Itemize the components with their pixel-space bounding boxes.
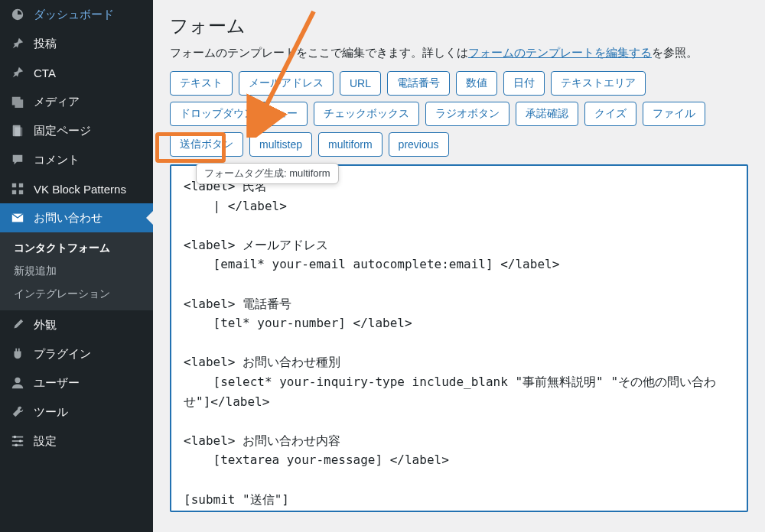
sidebar-item-label: メディア	[34, 95, 80, 109]
admin-sidebar: ダッシュボード 投稿 CTA メディア 固定ページ コメント VK Block …	[0, 0, 153, 532]
tag-submit-button[interactable]: 送信ボタン	[170, 132, 243, 157]
tag-text-button[interactable]: テキスト	[170, 71, 233, 96]
tag-radio-button[interactable]: ラジオボタン	[425, 102, 509, 126]
wrench-icon	[9, 404, 26, 420]
tag-tel-button[interactable]: 電話番号	[387, 71, 450, 96]
sidebar-item-label: ユーザー	[34, 376, 80, 391]
tag-textarea-button[interactable]: テキストエリア	[551, 71, 646, 96]
sidebar-item-label: プラグイン	[34, 347, 91, 362]
brush-icon	[9, 316, 26, 333]
tag-file-button[interactable]: ファイル	[643, 102, 705, 126]
page-icon	[9, 122, 26, 139]
sidebar-item-label: 投稿	[34, 37, 57, 51]
sidebar-item-pages[interactable]: 固定ページ	[0, 116, 153, 145]
grid-icon	[9, 180, 26, 197]
media-icon	[9, 93, 26, 110]
sliders-icon	[9, 433, 26, 449]
svg-point-11	[19, 440, 22, 443]
sidebar-item-label: お問い合わせ	[34, 211, 103, 225]
svg-point-10	[14, 436, 17, 439]
pin-icon	[9, 35, 26, 52]
comment-icon	[9, 151, 26, 168]
sidebar-item-label: コメント	[34, 153, 80, 167]
tag-email-button[interactable]: メールアドレス	[239, 71, 334, 96]
sidebar-item-plugins[interactable]: プラグイン	[0, 339, 153, 368]
sidebar-item-users[interactable]: ユーザー	[0, 368, 153, 397]
desc-text: を参照。	[652, 47, 698, 59]
main-content: フォーム フォームのテンプレートをここで編集できます。詳しくはフォームのテンプレ…	[153, 0, 765, 532]
tag-url-button[interactable]: URL	[340, 71, 381, 96]
sidebar-item-settings[interactable]: 設定	[0, 427, 153, 456]
sidebar-item-label: VK Block Patterns	[34, 183, 126, 196]
form-title: フォーム	[170, 14, 748, 38]
pin-icon	[9, 64, 26, 81]
svg-rect-5	[19, 190, 23, 194]
submenu-contact-forms[interactable]: コンタクトフォーム	[0, 237, 153, 260]
sidebar-item-label: 固定ページ	[34, 124, 91, 138]
tag-previous-button[interactable]: previous	[389, 132, 449, 157]
tag-date-button[interactable]: 日付	[503, 71, 545, 96]
svg-point-12	[15, 444, 18, 447]
form-desc: フォームのテンプレートをここで編集できます。詳しくはフォームのテンプレートを編集…	[170, 46, 748, 60]
svg-rect-2	[12, 183, 16, 187]
sidebar-item-appearance[interactable]: 外観	[0, 310, 153, 339]
tag-number-button[interactable]: 数値	[456, 71, 497, 96]
sidebar-submenu: コンタクトフォーム 新規追加 インテグレーション	[0, 232, 153, 310]
sidebar-item-posts[interactable]: 投稿	[0, 29, 153, 58]
tag-multistep-button[interactable]: multistep	[249, 132, 312, 157]
svg-point-6	[15, 378, 20, 383]
desc-text: フォームのテンプレートをここで編集できます。詳しくは	[170, 47, 468, 59]
dashboard-icon	[9, 6, 26, 23]
tag-select-button[interactable]: ドロップダウンメニュー	[170, 102, 308, 126]
template-help-link[interactable]: フォームのテンプレートを編集する	[468, 47, 652, 59]
svg-rect-4	[12, 190, 16, 194]
tag-multiform-button[interactable]: multiform	[318, 132, 382, 157]
sidebar-item-label: CTA	[34, 66, 56, 79]
submenu-integration[interactable]: インテグレーション	[0, 283, 153, 306]
sidebar-item-label: 外観	[34, 318, 57, 332]
mail-icon	[9, 209, 26, 226]
sidebar-item-cta[interactable]: CTA	[0, 58, 153, 87]
svg-rect-3	[19, 183, 23, 187]
user-icon	[9, 375, 26, 391]
tag-acceptance-button[interactable]: 承諾確認	[516, 102, 578, 126]
sidebar-item-tools[interactable]: ツール	[0, 397, 153, 427]
sidebar-item-contact[interactable]: お問い合わせ	[0, 203, 153, 232]
tag-tooltip: フォームタグ生成: multiform	[196, 163, 339, 184]
form-template-textarea[interactable]	[170, 164, 748, 512]
sidebar-item-label: 設定	[34, 434, 57, 449]
sidebar-item-dashboard[interactable]: ダッシュボード	[0, 0, 153, 29]
svg-rect-1	[15, 128, 22, 137]
sidebar-item-comments[interactable]: コメント	[0, 145, 153, 174]
plug-icon	[9, 345, 26, 362]
sidebar-item-media[interactable]: メディア	[0, 87, 153, 116]
sidebar-item-label: ダッシュボード	[34, 8, 114, 22]
tag-quiz-button[interactable]: クイズ	[584, 102, 636, 126]
sidebar-item-label: ツール	[34, 405, 68, 420]
submenu-add-new[interactable]: 新規追加	[0, 260, 153, 283]
sidebar-item-vk-patterns[interactable]: VK Block Patterns	[0, 174, 153, 203]
tag-generator-bar: テキスト メールアドレス URL 電話番号 数値 日付 テキストエリア ドロップ…	[170, 71, 748, 157]
tag-checkbox-button[interactable]: チェックボックス	[314, 102, 419, 126]
